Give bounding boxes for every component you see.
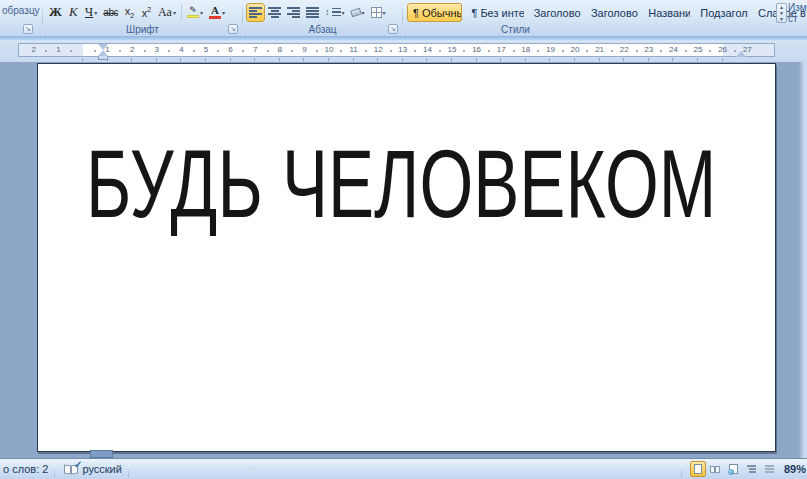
full-screen-reading-view-button[interactable] — [708, 461, 724, 477]
page-bottom-fragment — [90, 450, 113, 458]
web-layout-icon — [729, 464, 738, 474]
chevron-down-icon: ▾ — [173, 9, 176, 16]
clipboard-group: образцу ↘ — [0, 0, 41, 36]
styles-gallery: ¶ Обычный¶ Без инте...Заголово...Заголов… — [404, 0, 807, 23]
horizontal-ruler[interactable]: 2112345678910111213141516171819202122232… — [18, 43, 775, 57]
document-area: БУДЬ ЧЕЛОВЕКОМ — [0, 62, 807, 458]
style-chip-6[interactable]: Подзагол... — [694, 3, 749, 22]
subscript-button[interactable]: x2 — [121, 3, 138, 22]
highlight-color-swatch — [187, 15, 199, 18]
paint-bucket-icon — [350, 7, 362, 17]
zoom-level[interactable]: 89% — [784, 463, 806, 475]
font-dialog-launcher-icon[interactable]: ↘ — [228, 24, 238, 34]
line-spacing-lines-icon — [332, 8, 341, 17]
align-right-button[interactable] — [284, 3, 303, 22]
reading-view-icon — [710, 465, 722, 474]
font-group: Ж К Ч▾ abc x2 x2 Aa▾ ✎ ▾ А ▾ Шрифт ↘ — [44, 0, 241, 36]
bold-button[interactable]: Ж — [46, 3, 65, 22]
status-bar: о слов: 2 ✓ русский 89% — [0, 458, 807, 479]
font-color-swatch — [209, 16, 221, 19]
styles-group-label: Стили — [404, 24, 627, 35]
style-chip-3[interactable]: Заголово... — [528, 3, 582, 22]
style-chip-5[interactable]: Название — [642, 3, 691, 22]
language-indicator[interactable]: русский — [82, 463, 121, 475]
group-separator — [402, 1, 403, 35]
ruler-area: 2112345678910111213141516171819202122232… — [0, 40, 807, 62]
group-separator — [242, 1, 243, 35]
align-center-icon — [268, 7, 281, 18]
button-separator — [181, 4, 182, 20]
word-count[interactable]: о слов: 2 — [3, 463, 48, 475]
style-chip-2[interactable]: ¶ Без инте... — [465, 3, 524, 22]
status-divider — [128, 462, 129, 477]
change-case-button[interactable]: Aa▾ — [155, 3, 179, 22]
styles-gallery-scrollbar[interactable]: ▲ ▼ ▼ — [776, 3, 787, 23]
change-styles-button[interactable]: Изм ст — [788, 2, 807, 24]
styles-group: ¶ Обычный¶ Без инте...Заголово...Заголов… — [404, 0, 807, 36]
superscript-button[interactable]: x2 — [138, 3, 155, 22]
underline-button[interactable]: Ч▾ — [82, 3, 100, 22]
status-divider — [681, 462, 682, 477]
chevron-down-icon: ▾ — [383, 9, 386, 16]
ribbon: образцу ↘ Ж К Ч▾ abc x2 x2 Aa▾ ✎ ▾ А ▾ — [0, 0, 807, 36]
chevron-down-icon: ▾ — [222, 9, 225, 16]
chevron-down-icon: ▾ — [200, 9, 203, 16]
align-center-button[interactable] — [265, 3, 284, 22]
draft-view-icon — [765, 465, 774, 473]
group-separator — [42, 1, 43, 35]
web-layout-view-button[interactable] — [726, 461, 742, 477]
highlight-pen-icon: ✎ — [189, 6, 197, 14]
paragraph-group-label: Абзац — [244, 24, 401, 35]
print-layout-view-button[interactable] — [690, 461, 706, 477]
italic-button[interactable]: К — [65, 3, 82, 22]
justify-icon — [306, 7, 319, 18]
outline-view-icon — [747, 465, 756, 473]
chevron-down-icon: ▾ — [362, 9, 365, 16]
document-page[interactable]: БУДЬ ЧЕЛОВЕКОМ — [37, 63, 776, 452]
paragraph-group: ↕ ▾ ▾ ▾ Абзац ↘ — [244, 0, 401, 36]
shading-button[interactable]: ▾ — [348, 3, 368, 22]
borders-grid-icon — [371, 7, 382, 18]
draft-view-button[interactable] — [762, 461, 778, 477]
align-left-button[interactable] — [246, 3, 265, 22]
proofing-status-icon[interactable]: ✓ — [63, 463, 80, 475]
outline-view-button[interactable] — [744, 461, 760, 477]
font-color-button[interactable]: А ▾ — [206, 3, 228, 22]
gallery-expand-icon[interactable]: ▼ — [779, 16, 784, 22]
font-group-label: Шрифт — [44, 24, 241, 35]
paragraph-dialog-launcher-icon[interactable]: ↘ — [388, 24, 398, 34]
align-right-icon — [287, 7, 300, 18]
strikethrough-button[interactable]: abc — [100, 3, 121, 22]
chevron-down-icon: ▾ — [342, 9, 345, 16]
line-spacing-arrows-icon: ↕ — [325, 7, 330, 17]
text-highlight-color-button[interactable]: ✎ ▾ — [184, 3, 206, 22]
style-chip-4[interactable]: Заголово... — [585, 3, 639, 22]
borders-button[interactable]: ▾ — [368, 3, 389, 22]
line-spacing-button[interactable]: ↕ ▾ — [322, 3, 348, 22]
document-text: БУДЬ ЧЕЛОВЕКОМ — [86, 136, 716, 232]
status-divider — [54, 462, 55, 477]
chevron-down-icon: ▾ — [94, 9, 97, 16]
style-chip-1[interactable]: ¶ Обычный — [407, 3, 462, 22]
print-layout-icon — [694, 464, 702, 474]
vertical-scrollbar[interactable] — [799, 62, 807, 458]
word-window: образцу ↘ Ж К Ч▾ abc x2 x2 Aa▾ ✎ ▾ А ▾ — [0, 0, 807, 479]
justify-button[interactable] — [303, 3, 322, 22]
clipboard-dialog-launcher-icon[interactable]: ↘ — [23, 24, 33, 34]
align-left-icon — [249, 7, 262, 18]
format-painter-label-partial: образцу — [2, 5, 40, 16]
